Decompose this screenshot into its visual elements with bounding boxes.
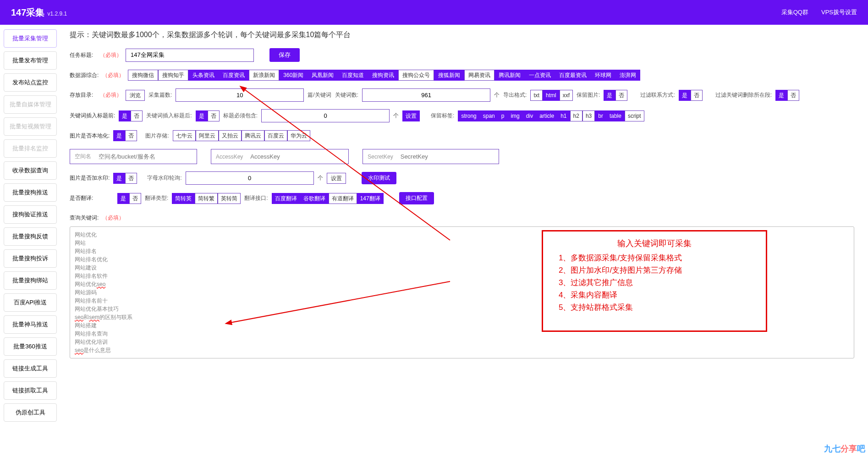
sidebar-item[interactable]: 伪原创工具	[4, 403, 57, 422]
sidebar-item[interactable]: 批量360推送	[4, 337, 57, 356]
keep-tag-option[interactable]: h2	[570, 110, 582, 121]
export-format-option[interactable]: xxf	[560, 90, 573, 101]
source-option[interactable]: 百度资讯	[219, 70, 249, 81]
keep-tag-option[interactable]: article	[536, 110, 557, 121]
img-store-option[interactable]: 华为云	[287, 130, 310, 141]
source-option[interactable]: 澎湃网	[615, 70, 640, 81]
wm-set-button[interactable]: 设置	[327, 173, 346, 184]
sidebar-item[interactable]: 批量搜狗推送	[4, 183, 57, 202]
keywords-textarea[interactable]: 网站优化网站网站排名网站排名优化网站建设网站排名软件网站优化seo网站源码网站排…	[70, 226, 854, 358]
keep-tag-option[interactable]: script	[625, 110, 644, 121]
img-store-option[interactable]: 百度云	[264, 130, 287, 141]
space-name-input[interactable]	[96, 149, 197, 164]
header-link-vps[interactable]: VPS拨号设置	[821, 8, 857, 17]
header-links: 采集QQ群 VPS拨号设置	[781, 8, 857, 17]
img-local-option[interactable]: 是	[113, 130, 125, 141]
label-keep-tag: 保留标签:	[431, 112, 454, 120]
sidebar-item[interactable]: 批量搜狗投诉	[4, 249, 57, 268]
insert-after-option[interactable]: 是	[196, 110, 208, 121]
watermark-option[interactable]: 是	[113, 173, 125, 184]
keep-tag-option[interactable]: h1	[557, 110, 570, 121]
sidebar-item[interactable]: 批量采集管理	[4, 29, 57, 48]
keep-img-option[interactable]: 否	[615, 90, 627, 101]
keep-tag-option[interactable]: div	[523, 110, 536, 121]
title-must-set-button[interactable]: 设置	[402, 110, 420, 121]
translate-type-option[interactable]: 英转简	[218, 193, 241, 204]
translate-option[interactable]: 是	[117, 193, 129, 204]
filter-contact-option[interactable]: 否	[691, 90, 703, 101]
keep-tag-option[interactable]: p	[498, 110, 508, 121]
filter-contact-option[interactable]: 是	[679, 90, 691, 101]
sidebar-item[interactable]: 链接抓取工具	[4, 381, 57, 400]
source-option[interactable]: 新浪新闻	[249, 70, 279, 81]
keep-tag-option[interactable]: span	[480, 110, 498, 121]
wm-test-button[interactable]: 水印测试	[362, 172, 396, 184]
keep-tag-option[interactable]: h3	[582, 110, 595, 121]
img-store-option[interactable]: 阿里云	[196, 130, 219, 141]
source-option[interactable]: 百度知道	[338, 70, 368, 81]
source-option[interactable]: 搜狗知乎	[158, 70, 188, 81]
source-option[interactable]: 搜狗资讯	[368, 70, 398, 81]
sidebar-item[interactable]: 批量发布管理	[4, 51, 57, 70]
export-format-option[interactable]: txt	[530, 90, 543, 101]
insert-after-option[interactable]: 否	[208, 110, 220, 121]
sidebar-item[interactable]: 批量神马推送	[4, 315, 57, 334]
source-option[interactable]: 360新闻	[279, 70, 308, 81]
translate-api-option[interactable]: 有道翻译	[329, 193, 357, 204]
source-option[interactable]: 环球网	[591, 70, 615, 81]
suffix-title-must: 个	[393, 112, 399, 120]
img-store-option[interactable]: 又拍云	[219, 130, 242, 141]
task-title-input[interactable]	[126, 49, 254, 62]
export-format-option[interactable]: html	[543, 90, 560, 101]
filter-kw-delete-option[interactable]: 是	[775, 90, 787, 101]
title-must-input[interactable]	[261, 109, 390, 122]
source-option[interactable]: 搜狗公众号	[398, 70, 434, 81]
translate-type-option[interactable]: 简转繁	[195, 193, 218, 204]
sidebar-item[interactable]: 批量搜狗反馈	[4, 227, 57, 246]
secret-key-input[interactable]	[398, 149, 499, 164]
sidebar-item[interactable]: 批量搜狗绑站	[4, 271, 57, 290]
img-store-option[interactable]: 腾讯云	[242, 130, 264, 141]
source-option[interactable]: 凤凰新闻	[308, 70, 338, 81]
kw-count-input[interactable]	[362, 88, 490, 102]
label-task-title: 任务标题:	[70, 51, 96, 59]
keep-tag-option[interactable]: br	[595, 110, 606, 121]
api-config-button[interactable]: 接口配置	[399, 192, 434, 204]
wm-rotate-input[interactable]	[186, 171, 314, 185]
watermark-option[interactable]: 否	[125, 173, 137, 184]
sidebar-item[interactable]: 发布站点监控	[4, 73, 57, 92]
source-option[interactable]: 搜狗微信	[128, 70, 158, 81]
keep-tag-option[interactable]: img	[507, 110, 522, 121]
keep-img-option[interactable]: 是	[604, 90, 615, 101]
translate-api-option[interactable]: 百度翻译	[272, 193, 300, 204]
header-link-qq[interactable]: 采集QQ群	[781, 8, 808, 17]
browse-button[interactable]: 浏览	[126, 90, 145, 101]
sidebar-item[interactable]: 收录数据查询	[4, 161, 57, 180]
insert-before-option[interactable]: 是	[119, 110, 131, 121]
source-option[interactable]: 一点资讯	[525, 70, 555, 81]
translate-option[interactable]: 否	[129, 193, 141, 204]
source-option[interactable]: 百度最资讯	[555, 70, 591, 81]
save-button[interactable]: 保存	[269, 48, 300, 62]
source-option[interactable]: 头条资讯	[188, 70, 219, 81]
source-option[interactable]: 腾讯新闻	[494, 70, 525, 81]
collect-count-input[interactable]	[176, 88, 304, 102]
sidebar-item[interactable]: 链接生成工具	[4, 359, 57, 378]
keep-tag-option[interactable]: strong	[458, 110, 479, 121]
translate-api-option[interactable]: 谷歌翻译	[300, 193, 329, 204]
label-collect-count: 采集篇数:	[148, 91, 172, 99]
filter-kw-delete-option[interactable]: 否	[787, 90, 799, 101]
sidebar: 批量采集管理批量发布管理发布站点监控批量自媒体管理批量短视频管理批量排名监控收录…	[0, 25, 60, 426]
img-store-option[interactable]: 七牛云	[173, 130, 196, 141]
translate-api-option[interactable]: 147翻译	[357, 193, 384, 204]
sidebar-item[interactable]: 百度API推送	[4, 293, 57, 312]
sidebar-item[interactable]: 搜狗验证推送	[4, 205, 57, 224]
insert-before-option[interactable]: 否	[131, 110, 143, 121]
keep-tag-option[interactable]: table	[606, 110, 625, 121]
required-marker: （必填）	[100, 91, 122, 99]
access-key-input[interactable]	[247, 149, 348, 164]
source-option[interactable]: 搜狐新闻	[434, 70, 464, 81]
source-option[interactable]: 网易资讯	[464, 70, 494, 81]
img-local-option[interactable]: 否	[125, 130, 137, 141]
translate-type-option[interactable]: 简转英	[172, 193, 195, 204]
